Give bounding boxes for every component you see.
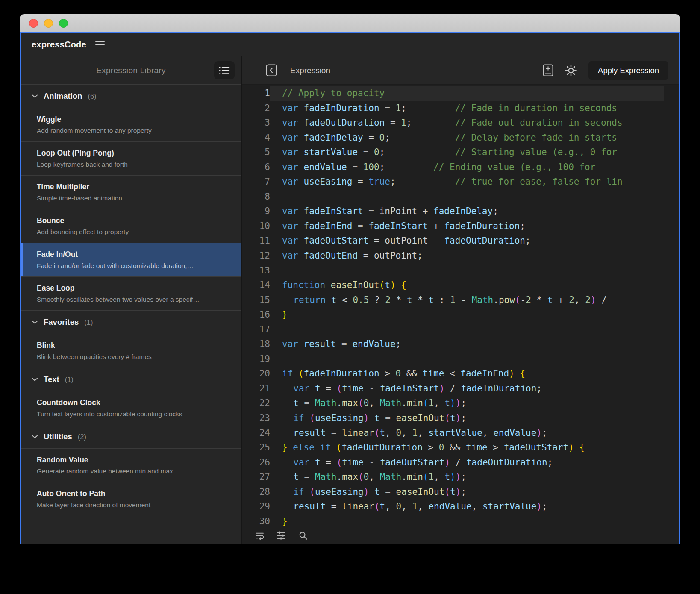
section-label: Animation <box>44 91 82 101</box>
sidebar-item-time-multiplier[interactable]: Time MultiplierSimple time-based animati… <box>21 176 241 209</box>
code-line: 8 <box>242 189 679 204</box>
code-text: } else if (fadeOutDuration > 0 && time >… <box>270 440 664 455</box>
close-window-button[interactable] <box>29 19 38 28</box>
word-wrap-icon[interactable] <box>255 531 265 541</box>
code-line: 20if (fadeInDuration > 0 && time < fadeI… <box>242 366 679 381</box>
add-expression-icon[interactable] <box>543 64 553 76</box>
code-text: var startValue = 0; // Starting value (e… <box>270 145 664 160</box>
search-icon[interactable] <box>298 531 308 541</box>
line-number: 8 <box>242 189 270 204</box>
code-line: 29 result = linear(t, 0, 1, endValue, st… <box>242 499 679 514</box>
section-count: (1) <box>65 376 74 384</box>
line-number: 9 <box>242 204 270 219</box>
code-text: var fadeOutEnd = outPoint; <box>270 248 664 263</box>
sidebar-section-favorites[interactable]: Favorites(1) <box>21 311 241 334</box>
settings-gear-icon[interactable] <box>565 64 577 77</box>
line-number: 18 <box>242 337 270 352</box>
sidebar-section-animation[interactable]: Animation(6) <box>21 85 241 108</box>
code-line: 11var fadeOutStart = outPoint - fadeOutD… <box>242 233 679 248</box>
code-text: var endValue = 100; // Ending value (e.g… <box>270 160 664 175</box>
item-title: Fade In/Out <box>37 250 231 259</box>
line-number: 20 <box>242 366 270 381</box>
code-editor[interactable]: 1// Apply to opacity2var fadeInDuration … <box>242 85 679 527</box>
line-number: 5 <box>242 145 270 160</box>
item-description: Generate random value between min and ma… <box>37 468 231 475</box>
code-text: var fadeOutStart = outPoint - fadeOutDur… <box>270 233 664 248</box>
code-line: 25} else if (fadeOutDuration > 0 && time… <box>242 440 679 455</box>
apply-expression-button[interactable]: Apply Expression <box>588 61 668 80</box>
sidebar-item-wiggle[interactable]: WiggleAdd random movement to any propert… <box>21 108 241 142</box>
main-split: Expression Library Animation(6)WiggleAdd… <box>21 56 679 544</box>
code-text: var fadeInEnd = fadeInStart + fadeInDura… <box>270 219 664 234</box>
sidebar-item-random-value[interactable]: Random ValueGenerate random value betwee… <box>21 449 241 482</box>
section-label: Favorites <box>44 318 79 327</box>
code-text: var fadeInStart = inPoint + fadeInDelay; <box>270 204 664 219</box>
line-number: 3 <box>242 115 270 130</box>
sidebar-item-bounce[interactable]: BounceAdd bouncing effect to property <box>21 209 241 243</box>
sidebar-item-countdown-clock[interactable]: Countdown ClockTurn text layers into cus… <box>21 391 241 425</box>
minimize-window-button[interactable] <box>44 19 53 28</box>
code-line: 12var fadeOutEnd = outPoint; <box>242 248 679 263</box>
app-title: expressCode <box>32 40 86 50</box>
code-text: if (fadeInDuration > 0 && time < fadeInE… <box>270 366 664 381</box>
code-text: function easeInOut(t) { <box>270 278 664 293</box>
code-text: var t = (time - fadeOutStart) / fadeOutD… <box>270 455 664 470</box>
code-text: result = linear(t, 0, 1, endValue, start… <box>270 499 664 514</box>
section-count: (1) <box>84 318 93 326</box>
code-line: 18var result = endValue; <box>242 337 679 352</box>
section-count: (2) <box>78 433 86 441</box>
line-number: 10 <box>242 219 270 234</box>
sidebar-item-blink[interactable]: BlinkBlink between opacities every # fra… <box>21 334 241 368</box>
line-number: 17 <box>242 322 270 337</box>
code-line: 4var fadeInDelay = 0; // Delay before fa… <box>242 130 679 145</box>
item-title: Auto Orient to Path <box>37 489 231 498</box>
code-text: if (useEasing) t = easeInOut(t); <box>270 485 664 500</box>
line-number: 30 <box>242 514 270 527</box>
collapse-sidebar-icon[interactable] <box>266 64 277 76</box>
expression-library-sidebar: Expression Library Animation(6)WiggleAdd… <box>21 56 242 544</box>
code-text: return t < 0.5 ? 2 * t * t : 1 - Math.po… <box>270 293 664 308</box>
code-line: 27 t = Math.max(0, Math.min(1, t)); <box>242 470 679 485</box>
menu-icon[interactable] <box>95 41 105 48</box>
line-number: 25 <box>242 440 270 455</box>
code-text: t = Math.max(0, Math.min(1, t)); <box>270 470 664 485</box>
code-line: 16} <box>242 307 679 322</box>
code-line: 7var useEasing = true; // true for ease,… <box>242 174 679 189</box>
item-description: Blink between opacities every # frames <box>37 353 231 361</box>
app-header: expressCode <box>21 33 679 56</box>
sidebar-section-utilities[interactable]: Utilities(2) <box>21 425 241 449</box>
sidebar-item-loop-out-ping-pong[interactable]: Loop Out (Ping Pong)Loop keyframes back … <box>21 142 241 176</box>
line-number: 14 <box>242 278 270 293</box>
code-text: result = linear(t, 0, 1, startValue, end… <box>270 426 664 441</box>
maximize-window-button[interactable] <box>59 19 68 28</box>
sidebar-item-ease-loop[interactable]: Ease LoopSmoothly oscillates between two… <box>21 277 241 311</box>
chevron-down-icon <box>32 435 38 439</box>
format-options-icon[interactable] <box>276 531 286 541</box>
section-label: Utilities <box>44 432 72 441</box>
list-view-button[interactable] <box>214 61 235 79</box>
code-line: 14function easeInOut(t) { <box>242 278 679 293</box>
line-number: 28 <box>242 485 270 500</box>
item-description: Make layer face direction of movement <box>37 501 231 509</box>
sidebar-item-auto-orient-to-path[interactable]: Auto Orient to PathMake layer face direc… <box>21 482 241 516</box>
sidebar-section-text[interactable]: Text(1) <box>21 368 241 391</box>
line-number: 1 <box>242 86 270 101</box>
item-title: Bounce <box>37 216 231 225</box>
code-line: 3var fadeOutDuration = 1; // Fade out du… <box>242 115 679 130</box>
editor-header: Expression Apply Expres <box>242 56 679 85</box>
item-description: Turn text layers into customizable count… <box>37 410 231 418</box>
item-title: Countdown Clock <box>37 398 231 407</box>
app-window: expressCode Expression Library <box>20 14 680 544</box>
code-text: } <box>270 307 664 322</box>
code-text: var fadeInDelay = 0; // Delay before fad… <box>270 130 664 145</box>
panel-title: Expression <box>290 66 330 75</box>
line-number: 21 <box>242 381 270 396</box>
code-line: 23 if (useEasing) t = easeInOut(t); <box>242 411 679 426</box>
sidebar-item-fade-in-out[interactable]: Fade In/OutFade in and/or fade out with … <box>21 243 241 277</box>
item-description: Smoothly oscillates between two values o… <box>37 296 231 303</box>
code-line: 13 <box>242 263 679 278</box>
code-line: 21 var t = (time - fadeInStart) / fadeIn… <box>242 381 679 396</box>
code-line: 10var fadeInEnd = fadeInStart + fadeInDu… <box>242 219 679 234</box>
item-description: Simple time-based animation <box>37 194 231 202</box>
code-text: var fadeOutDuration = 1; // Fade out dur… <box>270 115 664 130</box>
